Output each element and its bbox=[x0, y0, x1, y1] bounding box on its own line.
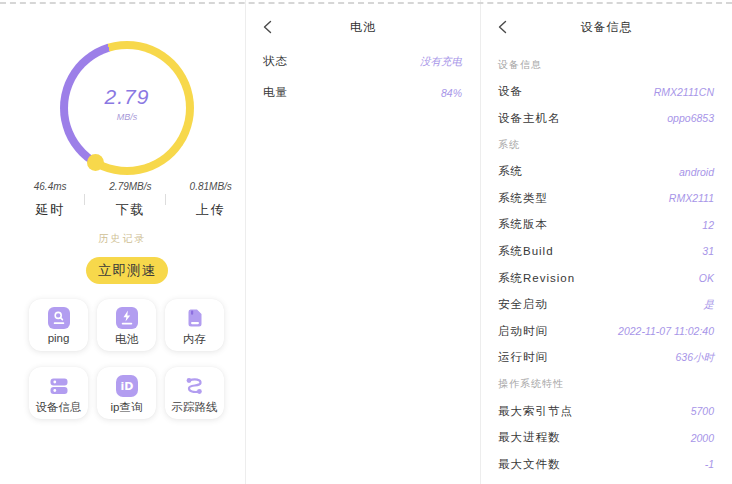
info-value: oppo6853 bbox=[667, 112, 714, 124]
tool-label: 电池 bbox=[115, 332, 138, 347]
dashed-divider bbox=[0, 2, 732, 4]
info-value: 没有充电 bbox=[420, 55, 462, 69]
speedtest-panel: 2.79 MB/s 46.4ms 延时 2.79MB/s 下载 0.81MB/s… bbox=[0, 0, 245, 484]
speed-value: 2.79 bbox=[60, 85, 194, 109]
stat-divider bbox=[165, 194, 166, 205]
tool-device-info[interactable]: 设备信息 bbox=[29, 367, 88, 419]
device-info-panel: 设备信息 设备信息 设备 RMX2111CN 设备主机名 oppo6853 系统… bbox=[480, 0, 732, 484]
latency-value: 46.4ms bbox=[10, 181, 90, 192]
tool-trace-route[interactable]: 示踪路线 bbox=[165, 367, 224, 419]
info-row: 状态 没有充电 bbox=[246, 46, 480, 77]
download-label: 下载 bbox=[90, 201, 170, 219]
memory-card-icon bbox=[184, 307, 206, 329]
gauge-knob-icon bbox=[87, 154, 104, 171]
stat-latency: 46.4ms 延时 bbox=[10, 181, 90, 219]
info-label: 系统Revision bbox=[498, 271, 575, 286]
info-value: 2022-11-07 11:02:40 bbox=[618, 325, 714, 337]
info-row: 系统 android bbox=[481, 158, 732, 185]
info-row: 系统类型 RMX2111 bbox=[481, 185, 732, 212]
speed-gauge: 2.79 MB/s bbox=[60, 41, 194, 175]
tool-label: 内存 bbox=[183, 332, 206, 347]
info-row: 最大索引节点 5700 bbox=[481, 398, 732, 425]
upload-label: 上传 bbox=[171, 201, 251, 219]
info-value: -1 bbox=[705, 458, 714, 470]
stats-row: 46.4ms 延时 2.79MB/s 下载 0.81MB/s 上传 bbox=[10, 181, 251, 219]
info-row: 系统Build 31 bbox=[481, 238, 732, 265]
info-value: RMX2111 bbox=[669, 192, 714, 204]
page-title: 设备信息 bbox=[581, 19, 633, 36]
info-label: 系统 bbox=[498, 164, 523, 179]
info-label: 设备 bbox=[498, 84, 523, 99]
info-label: 设备主机名 bbox=[498, 111, 561, 126]
info-value: 31 bbox=[702, 245, 714, 257]
start-test-button[interactable]: 立即测速 bbox=[86, 257, 168, 284]
device-list-icon bbox=[48, 375, 70, 397]
tool-ip-query[interactable]: iD ip查询 bbox=[97, 367, 156, 419]
info-label: 系统版本 bbox=[498, 217, 548, 232]
info-row: 启动时间 2022-11-07 11:02:40 bbox=[481, 318, 732, 345]
tool-memory[interactable]: 内存 bbox=[165, 299, 224, 351]
tool-label: 示踪路线 bbox=[172, 400, 218, 415]
info-value: 是 bbox=[704, 298, 715, 312]
info-label: 电量 bbox=[263, 85, 288, 100]
info-value: android bbox=[679, 166, 714, 178]
back-icon[interactable] bbox=[260, 19, 276, 35]
info-label: 最大文件数 bbox=[498, 457, 561, 472]
info-label: 安全启动 bbox=[498, 297, 548, 312]
info-row: 设备 RMX2111CN bbox=[481, 79, 732, 106]
info-row: 最大进程数 2000 bbox=[481, 424, 732, 451]
info-value: 5700 bbox=[691, 405, 714, 417]
device-info-list: 设备信息 设备 RMX2111CN 设备主机名 oppo6853 系统 系统 a… bbox=[481, 52, 732, 484]
info-value: 84% bbox=[441, 87, 462, 99]
info-label: 最大索引节点 bbox=[498, 404, 573, 419]
info-row: 电量 84% bbox=[246, 77, 480, 108]
info-row: 设备主机名 oppo6853 bbox=[481, 105, 732, 132]
info-value: OK bbox=[699, 272, 714, 284]
download-value: 2.79MB/s bbox=[90, 181, 170, 192]
stat-upload: 0.81MB/s 上传 bbox=[171, 181, 251, 219]
info-label: 系统类型 bbox=[498, 191, 548, 206]
history-link[interactable]: 历史记录 bbox=[0, 232, 245, 246]
section-header: 操作系统特性 bbox=[481, 371, 732, 398]
stat-download: 2.79MB/s 下载 bbox=[90, 181, 170, 219]
tool-ping[interactable]: ping bbox=[29, 299, 88, 351]
section-header: 系统 bbox=[481, 132, 732, 159]
info-row: 运行时间 636小时 bbox=[481, 345, 732, 372]
info-value: RMX2111CN bbox=[654, 86, 714, 98]
gauge-readout: 2.79 MB/s bbox=[60, 85, 194, 122]
battery-bolt-icon bbox=[116, 307, 138, 329]
tool-label: ip查询 bbox=[111, 400, 143, 415]
tool-battery[interactable]: 电池 bbox=[97, 299, 156, 351]
info-label: 系统Build bbox=[498, 244, 554, 259]
app-window: 2.79 MB/s 46.4ms 延时 2.79MB/s 下载 0.81MB/s… bbox=[0, 0, 732, 484]
back-icon[interactable] bbox=[495, 19, 511, 35]
ping-search-icon bbox=[48, 307, 70, 329]
info-value: 12 bbox=[702, 219, 714, 231]
info-value: 2000 bbox=[691, 432, 714, 444]
device-info-header: 设备信息 bbox=[481, 0, 732, 54]
svg-text:iD: iD bbox=[120, 380, 133, 393]
tool-label: ping bbox=[48, 332, 70, 344]
info-label: 状态 bbox=[263, 54, 288, 69]
info-value: 636小时 bbox=[675, 351, 714, 365]
info-row: 安全启动 是 bbox=[481, 291, 732, 318]
info-row: 最大文件数 -1 bbox=[481, 451, 732, 478]
info-row: 系统Revision OK bbox=[481, 265, 732, 292]
tool-label: 设备信息 bbox=[36, 400, 82, 415]
ip-query-icon: iD bbox=[116, 375, 138, 397]
section-header: 设备信息 bbox=[481, 52, 732, 79]
info-row: 系统版本 12 bbox=[481, 212, 732, 239]
info-label: 启动时间 bbox=[498, 324, 548, 339]
info-label: 运行时间 bbox=[498, 350, 548, 365]
battery-panel: 电池 状态 没有充电 电量 84% bbox=[245, 0, 480, 484]
battery-info-list: 状态 没有充电 电量 84% bbox=[246, 46, 480, 108]
speed-unit: MB/s bbox=[60, 112, 194, 122]
latency-label: 延时 bbox=[10, 201, 90, 219]
stat-divider bbox=[84, 194, 85, 205]
info-row: 时钟频率 100 bbox=[481, 478, 732, 484]
tool-grid: ping 电池 内存 bbox=[29, 299, 224, 419]
upload-value: 0.81MB/s bbox=[171, 181, 251, 192]
info-label: 最大进程数 bbox=[498, 430, 561, 445]
trace-route-icon bbox=[184, 375, 206, 397]
page-title: 电池 bbox=[350, 19, 376, 36]
